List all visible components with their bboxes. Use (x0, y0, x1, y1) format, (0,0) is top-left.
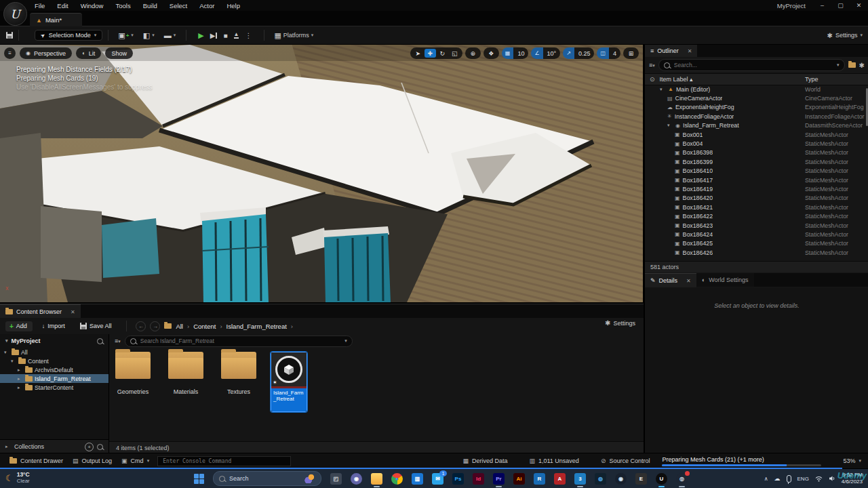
unreal-engine-logo[interactable]: U (3, 2, 27, 26)
close-icon[interactable]: ✕ (686, 278, 691, 284)
wifi-icon[interactable] (815, 476, 823, 482)
world-space-toggle-icon[interactable]: ⊕ (467, 49, 479, 58)
mail[interactable]: ✉ 1 (432, 473, 443, 485)
camera-icon[interactable]: ◫ (597, 47, 609, 59)
output-log-button[interactable]: ▤Output Log (73, 458, 112, 464)
outliner-row[interactable]: ▾▣Box186399 StaticMeshActor (645, 157, 868, 166)
expand-arrow-icon[interactable]: ▸ (18, 385, 23, 390)
close-icon[interactable]: ✕ (71, 309, 75, 315)
outliner-row[interactable]: ▾▣Box186410 StaticMeshActor (645, 167, 868, 176)
add-button[interactable]: +Add (5, 321, 33, 331)
asset-search-box[interactable]: ▾ (125, 336, 353, 347)
menu-item[interactable]: Actor (193, 1, 220, 11)
scale-tool-icon[interactable]: ◱ (449, 49, 460, 58)
menu-item[interactable]: Tools (109, 1, 136, 11)
expand-arrow-icon[interactable]: ▾ (11, 359, 16, 364)
ddc-percent-dropdown[interactable]: 53%▾ (843, 458, 861, 464)
cmd-dropdown[interactable]: ▣Cmd▾ (121, 458, 149, 464)
source-control-button[interactable]: ⊘Source Control (601, 458, 650, 464)
close-button[interactable]: ✕ (850, 0, 868, 10)
epic-games[interactable]: E (635, 473, 647, 485)
taskbar-search-box[interactable]: Search (213, 471, 321, 486)
expand-arrow-icon[interactable]: ▾ (660, 87, 665, 92)
tab-outliner[interactable]: ≡ Outliner ✕ (645, 43, 697, 58)
tree-folder-row[interactable]: ▾Content (0, 357, 108, 365)
illustrator[interactable]: Ai (513, 473, 525, 485)
revit[interactable]: R (534, 473, 545, 485)
steam[interactable]: ◉ (615, 473, 627, 485)
tray-expand-icon[interactable]: ∧ (764, 476, 768, 482)
unsaved-button[interactable]: ▥1,011 Unsaved (529, 458, 578, 464)
type-column-header[interactable]: Type (805, 76, 818, 83)
outliner-row[interactable]: ▾✳InstancedFoliageActor InstancedFoliage… (645, 112, 868, 121)
editor-settings-dropdown[interactable]: ✱ Settings ▾ (827, 26, 863, 44)
maximize-button[interactable]: ▢ (831, 0, 850, 10)
content-browser-settings[interactable]: ✱ Settings (605, 319, 635, 327)
chevron-down-icon[interactable]: ▾ (837, 62, 840, 68)
language-indicator[interactable]: ENG (797, 476, 809, 482)
outliner-search-box[interactable]: ▾ (658, 59, 845, 71)
outliner-row[interactable]: ▾▣Box186398 StaticMeshActor (645, 148, 868, 157)
save-all-button[interactable]: Save All (75, 321, 117, 331)
asset-item-selected[interactable]: ✶ Island_Farm_Retreat (271, 352, 307, 412)
menu-item[interactable]: File (28, 1, 51, 11)
outliner-settings-icon[interactable]: ✱ (859, 62, 865, 69)
select-tool-icon[interactable]: ➤ (412, 49, 424, 58)
import-button[interactable]: ↓Import (37, 321, 71, 331)
indesign[interactable]: Id (473, 473, 484, 485)
collections-bar[interactable]: ▸ Collections + (0, 439, 108, 453)
item-label-column-header[interactable]: Item Label ▴ (660, 76, 693, 83)
platforms-dropdown[interactable]: ▦ Platforms ▾ (274, 31, 313, 40)
tab-details[interactable]: ✎ Details ✕ (645, 273, 696, 287)
tree-folder-row[interactable]: ▸ArchvisDefault (0, 365, 108, 374)
console-command-input[interactable] (161, 458, 287, 465)
weather-widget[interactable]: ☾ 13°C Clear (5, 471, 30, 485)
outliner-row[interactable]: ▾▣Box186423 StaticMeshActor (645, 221, 868, 230)
outliner-row[interactable]: ▾▤CineCameraActor CineCameraActor (645, 94, 868, 102)
outliner-row[interactable]: ▾☁ExponentialHeightFog ExponentialHeight… (645, 103, 868, 112)
folder-item[interactable]: Textures (218, 352, 260, 412)
folder-item[interactable]: Materials (165, 352, 207, 412)
viewport[interactable]: ≡ ◉Perspective ◐Lit Show ➤ ✚ ↻ ◱ ⊕ ❖ ▦ 1… (0, 43, 643, 302)
folder-item[interactable]: Geometries (112, 352, 154, 412)
angle-snap-value[interactable]: 10° (543, 47, 561, 59)
viewport-options-menu[interactable]: ≡ (4, 47, 16, 59)
tab-content-browser[interactable]: Content Browser ✕ (0, 304, 81, 319)
derived-data-button[interactable]: ▦Derived Data (462, 458, 507, 464)
selection-mode-dropdown[interactable]: ➤ Selection Mode ▾ (35, 30, 102, 41)
play-options-icon[interactable]: ⋮ (245, 32, 252, 39)
maximize-viewport-icon[interactable]: ⊞ (625, 49, 637, 58)
bluebeam[interactable]: ◍ (595, 473, 606, 485)
back-icon[interactable]: ← (136, 321, 146, 331)
path-folder-icon[interactable] (164, 323, 172, 329)
camera-speed-value[interactable]: 4 (609, 47, 620, 59)
expand-arrow-icon[interactable]: ▾ (4, 350, 9, 355)
visibility-eye-icon[interactable]: ⊙ (650, 76, 655, 83)
console-command-box[interactable] (157, 456, 291, 466)
forward-icon[interactable]: → (150, 321, 160, 331)
angle-snap-icon[interactable]: ∠ (531, 47, 542, 59)
menu-item[interactable]: Edit (51, 1, 74, 11)
outliner-row[interactable]: ▾▣Box186421 StaticMeshActor (645, 203, 868, 211)
expand-arrow-icon[interactable]: ▸ (18, 376, 23, 382)
filter-icon[interactable]: ≡▾ (115, 338, 121, 344)
breadcrumb-item[interactable]: All (176, 323, 183, 330)
filter-icon[interactable]: ≡▾ (649, 62, 655, 68)
add-collection-icon[interactable]: + (85, 443, 94, 451)
outliner-row[interactable]: ▾▣Box186420 StaticMeshActor (645, 194, 868, 203)
outliner-row[interactable]: ▾▣Box186424 StaticMeshActor (645, 230, 868, 239)
taskbar-clock[interactable]: 9:52 PM 4/6/2023 (842, 472, 863, 485)
expand-arrow-icon[interactable]: ▸ (5, 444, 11, 449)
breadcrumb-item[interactable]: Content (193, 323, 216, 330)
lit-mode-dropdown[interactable]: ◐Lit (76, 47, 101, 59)
menu-item[interactable]: Window (75, 1, 110, 11)
meet-now[interactable]: ◉ (351, 473, 362, 485)
add-actor-dropdown[interactable]: ▣+▾ (118, 31, 134, 40)
tree-folder-row[interactable]: ▸Island_Farm_Retreat (0, 374, 108, 383)
menu-item[interactable]: Help (220, 1, 246, 11)
project-root-row[interactable]: ▾ MyProject (0, 334, 108, 348)
task-view[interactable]: ◰ (330, 473, 342, 485)
perspective-dropdown[interactable]: ◉Perspective (20, 47, 72, 59)
content-drawer-button[interactable]: Content Drawer (9, 458, 63, 464)
outliner-row[interactable]: ▾▣Box186422 StaticMeshActor (645, 211, 868, 220)
